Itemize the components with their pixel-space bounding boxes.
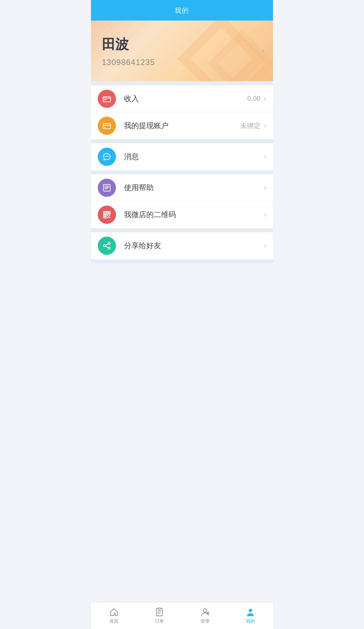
qrcode-chevron-icon: ›: [264, 210, 266, 219]
qrcode-icon: [98, 206, 116, 224]
svg-rect-1: [104, 99, 106, 100]
menu-item-withdrawal[interactable]: 我的提现账户 未绑定 ›: [91, 112, 273, 139]
section-gap-1: [91, 81, 273, 85]
income-icon: [98, 90, 116, 108]
svg-point-6: [108, 156, 109, 157]
withdrawal-label: 我的提现账户: [124, 121, 240, 131]
message-chevron-icon: ›: [264, 152, 266, 161]
svg-point-4: [105, 156, 106, 157]
income-chevron-icon: ›: [264, 94, 266, 103]
svg-rect-15: [109, 215, 110, 216]
svg-line-22: [105, 244, 108, 245]
profile-banner[interactable]: 田波 13098641235 ›: [91, 21, 273, 81]
svg-rect-18: [108, 216, 109, 217]
share-icon: [98, 237, 116, 255]
svg-rect-16: [107, 217, 108, 218]
help-chevron-icon: ›: [264, 183, 266, 192]
svg-point-21: [108, 247, 110, 249]
profile-name: 田波: [102, 35, 262, 54]
svg-point-5: [107, 156, 108, 157]
menu-item-share[interactable]: 分享给好友 ›: [91, 232, 273, 259]
menu-section-4: 分享给好友 ›: [91, 232, 273, 259]
message-icon: [98, 148, 116, 166]
svg-rect-17: [109, 217, 110, 218]
profile-phone: 13098641235: [102, 58, 262, 67]
menu-item-help[interactable]: 使用帮助 ›: [91, 174, 273, 201]
menu-section-1: 收入 0.00 › 我的提现账户 未绑定 ›: [91, 85, 273, 139]
svg-rect-2: [103, 124, 111, 129]
menu-item-qrcode[interactable]: 我微店的二维码 ›: [91, 201, 273, 228]
section-gap-5: [91, 259, 273, 263]
menu-section-3: 使用帮助 › 我微店的二维码 ›: [91, 174, 273, 228]
menu-item-message[interactable]: 消息 ›: [91, 143, 273, 170]
menu-item-income[interactable]: 收入 0.00 ›: [91, 85, 273, 112]
qrcode-label: 我微店的二维码: [124, 210, 264, 220]
withdrawal-value: 未绑定: [240, 121, 261, 130]
svg-rect-14: [107, 215, 108, 216]
svg-point-20: [103, 245, 105, 247]
income-label: 收入: [124, 94, 247, 104]
help-icon: [98, 179, 116, 197]
svg-rect-9: [104, 212, 106, 214]
header-title: 我的: [175, 7, 189, 14]
svg-rect-11: [108, 212, 110, 214]
section-gap-4: [91, 228, 273, 232]
help-label: 使用帮助: [124, 183, 264, 193]
section-gap-2: [91, 139, 273, 143]
income-value: 0.00: [247, 95, 261, 102]
section-gap-3: [91, 170, 273, 174]
svg-line-23: [105, 246, 108, 248]
share-chevron-icon: ›: [264, 241, 266, 250]
svg-point-19: [108, 242, 110, 244]
withdrawal-chevron-icon: ›: [264, 121, 266, 130]
svg-point-3: [104, 127, 105, 128]
page-header: 我的: [91, 0, 273, 21]
message-label: 消息: [124, 152, 264, 162]
svg-rect-13: [104, 216, 106, 217]
share-label: 分享给好友: [124, 241, 264, 251]
profile-chevron-icon: ›: [262, 46, 265, 56]
bottom-spacer: [91, 263, 273, 290]
profile-info: 田波 13098641235: [102, 35, 262, 67]
withdrawal-icon: [98, 117, 116, 135]
menu-section-2: 消息 ›: [91, 143, 273, 170]
